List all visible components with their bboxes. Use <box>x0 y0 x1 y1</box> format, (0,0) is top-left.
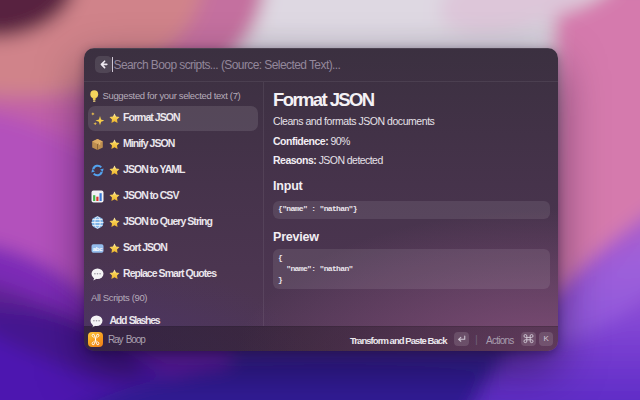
svg-text:abc: abc <box>92 246 102 252</box>
